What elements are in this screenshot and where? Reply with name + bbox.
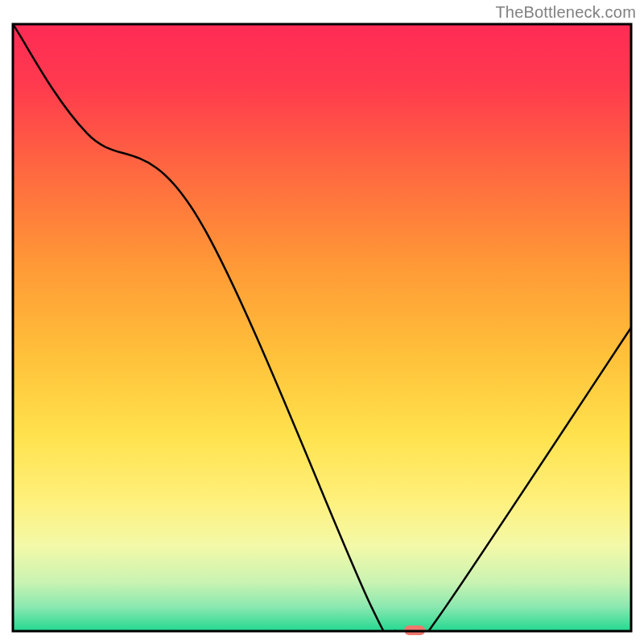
- bottleneck-chart: TheBottleneck.com: [0, 0, 644, 644]
- chart-svg: [0, 0, 644, 644]
- watermark-text: TheBottleneck.com: [495, 3, 636, 22]
- gradient-background: [13, 24, 631, 631]
